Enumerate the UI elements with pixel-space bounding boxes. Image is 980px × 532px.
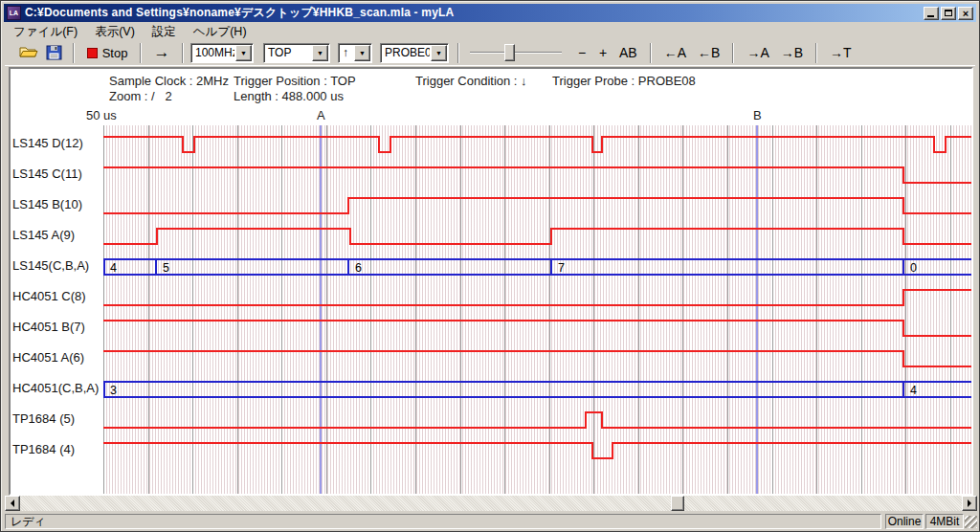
trigger-edge-value: ↑ — [339, 46, 353, 59]
channel-trace — [103, 229, 973, 244]
save-button[interactable] — [41, 41, 66, 64]
toolbar-separator — [457, 43, 459, 63]
scroll-left-button[interactable] — [5, 496, 20, 511]
window-controls: × — [924, 7, 973, 20]
goto-cursor-b-right-button[interactable]: →B — [775, 41, 809, 64]
scroll-right-button[interactable] — [962, 496, 977, 511]
cursor-b-label[interactable]: B — [753, 108, 762, 122]
app-window: LA C:¥Documents and Settings¥noname¥デスクト… — [0, 0, 980, 532]
goto-cursor-a-left-button[interactable]: ←A — [658, 41, 692, 64]
channel-label: HC4051 C(8) — [12, 289, 102, 306]
close-icon: × — [963, 9, 969, 18]
arrow-left-icon — [7, 499, 14, 507]
client-area: Sample Clock : 2MHz Trigger Position : T… — [9, 67, 973, 496]
open-folder-icon — [19, 45, 38, 60]
stop-button[interactable]: Stop — [81, 41, 133, 64]
channel-trace — [103, 351, 973, 366]
run-button[interactable]: → — [148, 41, 175, 64]
arrow-right-icon — [968, 499, 975, 507]
channel-trace — [103, 167, 973, 183]
save-floppy-icon — [46, 45, 62, 60]
channel-trace — [103, 412, 973, 428]
menu-file[interactable]: ファイル(F) — [5, 23, 86, 41]
time-scale-label: 50 us — [86, 108, 117, 122]
run-arrow-icon: → — [154, 43, 170, 62]
maximize-icon — [945, 10, 952, 16]
sample-clock-select[interactable]: 100MHz ▼ — [190, 43, 254, 63]
goto-trigger-button[interactable]: →T — [824, 41, 858, 64]
resize-grip-icon[interactable] — [965, 516, 977, 528]
channel-traces: 4567034 — [103, 137, 973, 458]
bus-value: 0 — [910, 261, 917, 275]
menu-settings[interactable]: 設定 — [144, 23, 185, 41]
toolbar-separator — [140, 43, 142, 63]
trigger-position-select[interactable]: TOP ▼ — [263, 43, 330, 63]
chevron-down-icon[interactable]: ▼ — [354, 45, 370, 61]
toolbar-separator — [182, 43, 184, 63]
bus-value: 4 — [910, 384, 917, 397]
chevron-down-icon[interactable]: ▼ — [235, 45, 252, 61]
channel-label: LS145 A(9) — [12, 228, 102, 245]
status-bar: レディ Online 4MBit — [3, 514, 977, 530]
maximize-button[interactable] — [941, 7, 956, 20]
info-trigger-probe: Trigger Probe : PROBE08 — [552, 74, 696, 88]
app-icon: LA — [7, 6, 21, 20]
zoom-slider-thumb[interactable] — [504, 44, 515, 61]
channel-trace — [103, 198, 973, 213]
status-online: Online — [885, 514, 924, 529]
channel-trace — [103, 321, 973, 336]
channel-label: TP1684 (5) — [12, 411, 102, 429]
window-title: C:¥Documents and Settings¥noname¥デスクトップ¥… — [25, 5, 924, 21]
toolbar: Stop → 100MHz ▼ TOP ▼ ↑ ▼ PROBE00 ▼ — [5, 40, 975, 66]
cursor-lines — [321, 125, 757, 495]
channel-trace — [103, 443, 973, 458]
stop-label: Stop — [102, 46, 128, 60]
menu-help[interactable]: ヘルプ(H) — [185, 23, 256, 41]
trigger-edge-select[interactable]: ↑ ▼ — [338, 43, 372, 63]
zoom-ab-button[interactable]: AB — [613, 41, 643, 64]
grid-lines — [104, 125, 973, 495]
channel-trace — [103, 290, 973, 305]
chevron-down-icon[interactable]: ▼ — [431, 45, 447, 61]
channel-trace — [103, 137, 973, 152]
minimize-icon — [927, 15, 934, 17]
toolbar-separator — [815, 43, 817, 63]
close-button[interactable]: × — [958, 7, 973, 20]
channel-label: HC4051 A(6) — [12, 350, 102, 367]
bus-value: 7 — [558, 261, 565, 275]
info-zoom: Zoom : / 2 — [109, 89, 172, 103]
goto-cursor-b-left-button[interactable]: ←B — [692, 41, 725, 64]
open-file-button[interactable] — [16, 41, 41, 64]
waveform-plot[interactable]: 4567034 — [103, 125, 973, 495]
channel-label: LS145 B(10) — [12, 197, 102, 214]
bus-value: 3 — [110, 384, 117, 397]
channel-label: HC4051 B(7) — [12, 320, 102, 337]
bus-value: 4 — [110, 261, 117, 275]
chevron-down-icon[interactable]: ▼ — [312, 45, 328, 61]
bus-value: 5 — [163, 261, 169, 275]
toolbar-separator — [732, 43, 734, 63]
goto-cursor-a-right-button[interactable]: →A — [741, 41, 774, 64]
horizontal-scrollbar[interactable] — [5, 496, 977, 511]
status-memory: 4MBit — [925, 514, 964, 529]
cursor-a-label[interactable]: A — [317, 108, 325, 122]
channel-label: LS145(C,B,A) — [12, 258, 102, 276]
scrollbar-thumb[interactable] — [671, 496, 684, 511]
toolbar-separator — [650, 43, 652, 63]
channel-label: LS145 C(11) — [12, 166, 102, 184]
menu-view[interactable]: 表示(V) — [86, 23, 144, 41]
sample-clock-value: 100MHz — [191, 46, 234, 59]
zoom-slider[interactable] — [468, 42, 564, 63]
channel-label: TP1684 (4) — [12, 442, 102, 459]
channel-label: LS145 D(12) — [12, 136, 102, 153]
minimize-button[interactable] — [924, 7, 939, 20]
title-bar[interactable]: LA C:¥Documents and Settings¥noname¥デスクト… — [4, 4, 976, 22]
zoom-slider-track — [470, 52, 562, 54]
info-trigger-position: Trigger Position : TOP — [234, 74, 356, 88]
bus-value: 6 — [355, 261, 362, 275]
zoom-in-button[interactable]: + — [592, 41, 613, 64]
trigger-probe-select[interactable]: PROBE00 ▼ — [380, 43, 449, 63]
channel-label: HC4051(C,B,A) — [12, 381, 102, 398]
zoom-out-button[interactable]: − — [571, 41, 592, 64]
toolbar-separator — [73, 43, 75, 63]
